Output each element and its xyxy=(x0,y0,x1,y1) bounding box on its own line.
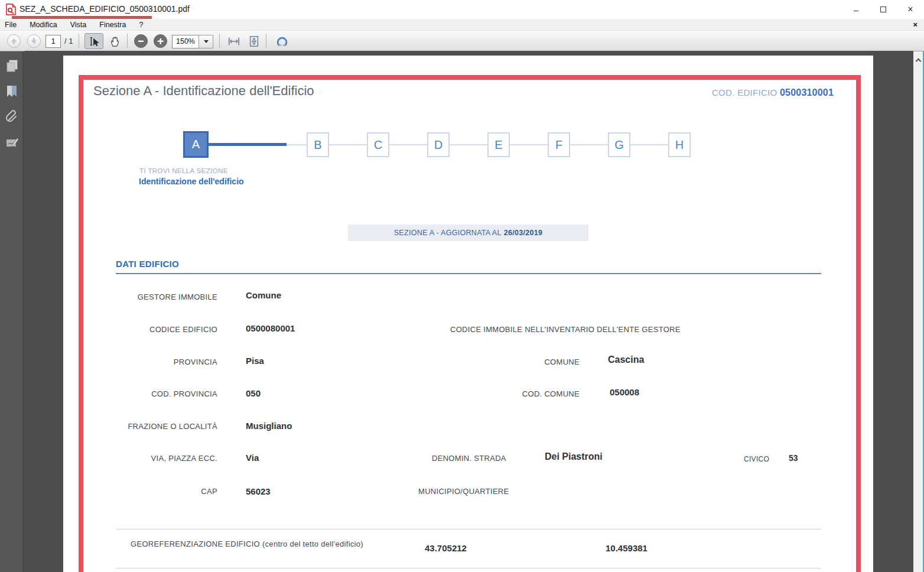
hand-icon xyxy=(109,35,121,47)
stepper-step-C: C xyxy=(367,132,389,157)
maximize-icon xyxy=(880,6,886,12)
vertical-scrollbar[interactable] xyxy=(913,51,923,572)
document-area: Sezione A - Identificazione dell'Edifici… xyxy=(25,51,913,572)
page-number-input[interactable]: 1 xyxy=(45,35,61,48)
via-label: VIA, PIAZZA ECC. xyxy=(151,454,217,463)
hand-tool-button[interactable] xyxy=(105,33,124,49)
cod-comune-value: 050008 xyxy=(610,387,639,397)
section-divider xyxy=(116,568,821,568)
fit-width-icon xyxy=(227,35,240,47)
acrobat-reader-window: SEZ_A_SCHEDA_EDIFICIO_0500310001.pdf - –… xyxy=(0,0,924,572)
signatures-icon[interactable] xyxy=(5,135,19,150)
codice-immobile-label: CODICE IMMOBILE NELL'INVENTARIO DELL'ENT… xyxy=(450,325,681,334)
georef-label: GEOREFERENZIAZIONE EDIFICIO (centro del … xyxy=(131,540,363,548)
section-title: Sezione A - Identificazione dell'Edifici… xyxy=(93,83,314,99)
stepper-progress xyxy=(209,143,287,146)
swirl-arrow-icon xyxy=(275,35,289,48)
stepper-caption: TI TROVI NELLA SEZIONE xyxy=(139,167,228,174)
bookmarks-icon[interactable] xyxy=(5,84,19,98)
fit-width-button[interactable] xyxy=(225,33,243,49)
toolbar-separator xyxy=(127,34,128,48)
toolbar: 1 / 1 150% xyxy=(0,31,924,51)
cod-comune-label: COD. COMUNE xyxy=(522,389,580,398)
title-bar: SEZ_A_SCHEDA_EDIFICIO_0500310001.pdf - –… xyxy=(0,0,924,19)
update-bar-label: SEZIONE A - AGGIORNATA AL xyxy=(394,229,502,237)
menu-finestra[interactable]: Finestra xyxy=(99,21,126,29)
chevron-down-icon xyxy=(204,40,209,43)
heading-divider xyxy=(116,273,821,274)
gestore-label: GESTORE IMMOBILE xyxy=(138,292,217,301)
frazione-value: Musigliano xyxy=(246,421,292,431)
zoom-out-button[interactable] xyxy=(134,34,148,48)
zoom-dropdown-button[interactable] xyxy=(199,35,213,48)
toolbar-separator xyxy=(266,34,266,48)
section-update-bar: SEZIONE A - AGGIORNATA AL 26/03/2019 xyxy=(348,225,588,241)
municipio-label: MUNICIPIO/QUARTIERE xyxy=(418,487,509,496)
stepper-step-F: F xyxy=(548,132,570,157)
toolbar-separator xyxy=(219,34,220,48)
attachments-icon[interactable] xyxy=(5,109,19,124)
via-value: Via xyxy=(246,453,259,463)
chevron-up-icon xyxy=(916,58,922,64)
section-divider xyxy=(116,529,821,529)
previous-page-button[interactable] xyxy=(7,34,21,48)
denominazione-label: DENOMIN. STRADA xyxy=(432,454,506,463)
minus-icon xyxy=(138,38,144,44)
cod-provincia-label: COD. PROVINCIA xyxy=(151,389,217,398)
arrow-up-icon xyxy=(10,37,18,45)
codice-edificio-value: 0500080001 xyxy=(246,323,295,333)
building-code-label: COD. EDIFICIO xyxy=(712,87,777,98)
pdf-file-icon xyxy=(6,4,16,15)
pdf-page: Sezione A - Identificazione dell'Edifici… xyxy=(63,56,873,572)
document-filename: SEZ_A_SCHEDA_EDIFICIO_0500310001.pdf xyxy=(19,4,190,14)
civico-label: CIVICO xyxy=(744,455,769,463)
page-thumbnails-icon[interactable] xyxy=(5,58,19,73)
select-tool-button[interactable] xyxy=(84,33,103,49)
update-bar-date: 26/03/2019 xyxy=(504,229,543,237)
zoom-level-input[interactable]: 150% xyxy=(172,35,199,48)
building-code-header: COD. EDIFICIO 0500310001 xyxy=(712,87,834,98)
dati-edificio-heading: DATI EDIFICIO xyxy=(116,259,179,269)
toolbar-separator xyxy=(79,34,79,48)
minimize-button[interactable]: – xyxy=(842,0,870,19)
close-document-button[interactable]: × xyxy=(913,20,918,29)
scroll-up-button[interactable] xyxy=(913,55,923,65)
cod-provincia-value: 050 xyxy=(246,388,261,398)
civico-value: 53 xyxy=(789,453,798,463)
provincia-value: Pisa xyxy=(246,356,264,366)
cap-label: CAP xyxy=(201,487,217,496)
comune-value: Cascina xyxy=(608,355,644,365)
stepper-caption-value: Identificazione dell'edificio xyxy=(139,177,244,186)
georef-latitude: 43.705212 xyxy=(425,543,467,553)
stepper-step-D: D xyxy=(427,132,450,157)
fit-page-icon xyxy=(248,35,261,47)
close-icon: × xyxy=(907,4,913,15)
stepper-step-B: B xyxy=(307,132,329,157)
comune-label: COMUNE xyxy=(544,358,580,366)
denominazione-value: Dei Piastroni xyxy=(545,451,603,462)
building-code-value: 0500310001 xyxy=(780,87,834,98)
menu-vista[interactable]: Vista xyxy=(70,21,87,29)
stepper-step-H: H xyxy=(668,132,691,157)
next-page-button[interactable] xyxy=(27,34,41,48)
plus-icon xyxy=(157,38,164,44)
gestore-value: Comune xyxy=(246,290,281,300)
send-track-button[interactable] xyxy=(272,33,291,49)
georef-longitude: 10.459381 xyxy=(606,543,648,553)
page-total-label: / 1 xyxy=(64,37,73,46)
zoom-in-button[interactable] xyxy=(154,34,167,48)
stepper-step-A: A xyxy=(183,131,209,158)
menu-bar: FileModificaVistaFinestra? × xyxy=(0,19,924,31)
filename-suffix: - xyxy=(149,4,152,14)
navigation-pane xyxy=(0,51,24,572)
menu-modifica[interactable]: Modifica xyxy=(30,21,57,29)
menu-items: FileModificaVistaFinestra? xyxy=(5,19,143,31)
menu-help[interactable]: ? xyxy=(139,21,143,29)
menu-file[interactable]: File xyxy=(5,21,17,29)
window-controls: – × xyxy=(842,0,924,19)
close-button[interactable]: × xyxy=(897,0,924,19)
fit-page-button[interactable] xyxy=(245,33,263,49)
maximize-button[interactable] xyxy=(870,0,897,19)
cap-value: 56023 xyxy=(246,486,271,496)
provincia-label: PROVINCIA xyxy=(174,358,217,366)
